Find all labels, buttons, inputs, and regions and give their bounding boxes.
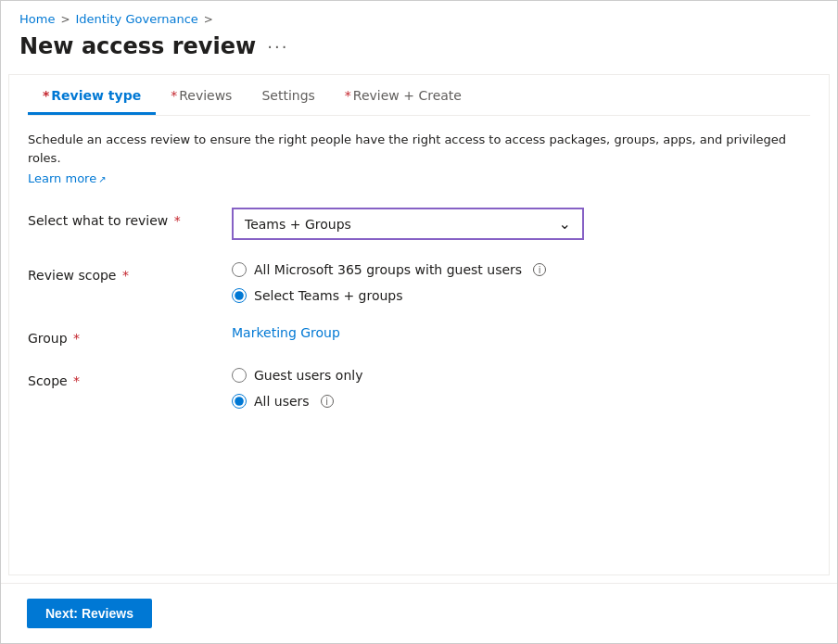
main-content: *Review type *Reviews Settings *Review +… bbox=[8, 74, 830, 575]
tab-settings[interactable]: Settings bbox=[247, 79, 329, 115]
tab-review-create[interactable]: *Review + Create bbox=[330, 79, 476, 115]
page-title: New access review bbox=[19, 33, 256, 59]
review-scope-required: * bbox=[118, 268, 128, 283]
scope-option-all-m365-label: All Microsoft 365 groups with guest user… bbox=[254, 262, 522, 277]
scope-row: Scope * Guest users only All users i bbox=[28, 368, 810, 409]
tab-reviews-required: * bbox=[171, 88, 177, 103]
more-options-icon[interactable]: ··· bbox=[267, 37, 288, 57]
learn-more-link[interactable]: Learn more bbox=[28, 171, 107, 185]
page-header: New access review ··· bbox=[1, 30, 837, 74]
tab-review-create-required: * bbox=[345, 88, 351, 103]
review-scope-label: Review scope * bbox=[28, 262, 213, 283]
scope-label: Scope * bbox=[28, 368, 213, 388]
review-scope-row: Review scope * All Microsoft 365 groups … bbox=[28, 262, 810, 303]
scope-radio-group: Guest users only All users i bbox=[232, 368, 810, 409]
next-reviews-button[interactable]: Next: Reviews bbox=[27, 599, 152, 628]
group-row: Group * Marketing Group bbox=[28, 325, 810, 346]
scope-all-users-info-icon[interactable]: i bbox=[321, 395, 334, 408]
scope-guest-only-label: Guest users only bbox=[254, 368, 362, 383]
review-scope-radio-group: All Microsoft 365 groups with guest user… bbox=[232, 262, 810, 303]
select-what-row: Select what to review * Teams + Groups ⌄ bbox=[28, 208, 810, 240]
breadcrumb: Home > Identity Governance > bbox=[1, 1, 837, 30]
group-link[interactable]: Marketing Group bbox=[232, 325, 340, 340]
scope-option-select-teams-label: Select Teams + groups bbox=[254, 288, 403, 303]
scope-required: * bbox=[70, 373, 80, 388]
main-window: Home > Identity Governance > New access … bbox=[0, 0, 838, 644]
scope-radio-guest-only[interactable] bbox=[232, 368, 247, 383]
tab-bar: *Review type *Reviews Settings *Review +… bbox=[28, 75, 810, 116]
breadcrumb-sep2: > bbox=[204, 13, 213, 26]
scope-option-select-teams[interactable]: Select Teams + groups bbox=[232, 288, 810, 303]
select-what-value: Teams + Groups bbox=[245, 217, 351, 232]
chevron-down-icon: ⌄ bbox=[559, 215, 571, 233]
breadcrumb-sep1: > bbox=[60, 13, 70, 26]
scope-all-users-label: All users bbox=[254, 394, 310, 409]
tab-reviews[interactable]: *Reviews bbox=[156, 79, 247, 115]
select-what-control: Teams + Groups ⌄ bbox=[232, 208, 810, 240]
scope-option-guest-only[interactable]: Guest users only bbox=[232, 368, 810, 383]
scope-radio-all-users[interactable] bbox=[232, 394, 247, 409]
form-section: Select what to review * Teams + Groups ⌄… bbox=[28, 208, 810, 409]
description-text: Schedule an access review to ensure the … bbox=[28, 131, 810, 167]
tab-review-type-required: * bbox=[43, 88, 49, 103]
select-what-required: * bbox=[170, 213, 180, 228]
select-what-label: Select what to review * bbox=[28, 208, 213, 228]
scope-all-m365-info-icon[interactable]: i bbox=[533, 263, 546, 276]
breadcrumb-home[interactable]: Home bbox=[19, 12, 55, 26]
group-control: Marketing Group bbox=[232, 325, 810, 340]
scope-radio-all-m365[interactable] bbox=[232, 262, 247, 277]
review-scope-control: All Microsoft 365 groups with guest user… bbox=[232, 262, 810, 303]
group-required: * bbox=[70, 331, 80, 346]
select-what-dropdown[interactable]: Teams + Groups ⌄ bbox=[232, 208, 584, 240]
scope-radio-select-teams[interactable] bbox=[232, 288, 247, 303]
scope-option-all-users[interactable]: All users i bbox=[232, 394, 810, 409]
footer: Next: Reviews bbox=[1, 583, 837, 643]
breadcrumb-identity-governance[interactable]: Identity Governance bbox=[75, 12, 197, 26]
scope-option-all-m365[interactable]: All Microsoft 365 groups with guest user… bbox=[232, 262, 810, 277]
scope-control: Guest users only All users i bbox=[232, 368, 810, 409]
tab-review-type[interactable]: *Review type bbox=[28, 79, 156, 115]
group-label: Group * bbox=[28, 325, 213, 346]
